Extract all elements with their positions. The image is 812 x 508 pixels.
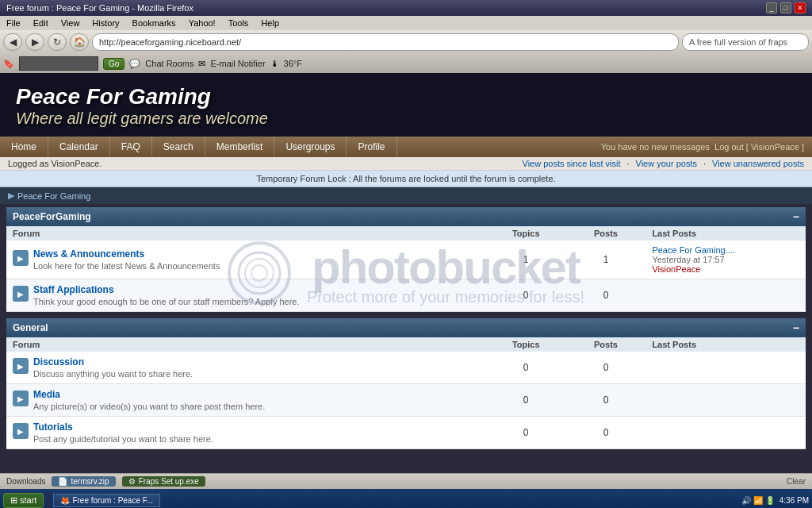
minimize-button[interactable]: _ [766, 2, 777, 13]
posts-news: 1 [566, 241, 646, 279]
last-post-discussion [645, 352, 806, 384]
temp-icon: 🌡 [270, 59, 279, 68]
last-post-title-news[interactable]: Peace For Gaming.... [652, 245, 799, 255]
menu-yahoo[interactable]: Yahoo! [186, 18, 219, 28]
forum-name-tutorials[interactable]: Tutorials [33, 421, 213, 433]
last-post-user-news[interactable]: VisionPeace [652, 264, 799, 274]
posts-media: 0 [566, 384, 646, 417]
menu-file[interactable]: File [3, 18, 24, 28]
section-title-peaceforgaming: PeaceForGaming [13, 211, 91, 222]
forum-row-media: ▶ Media Any picture(s) or video(s) you w… [6, 384, 806, 417]
status-right: Clear [787, 477, 806, 486]
url-text: http://peaceforgaming.niceboard.net/ [99, 37, 241, 47]
menu-tools[interactable]: Tools [225, 18, 252, 28]
email-icon: ✉ [198, 59, 205, 69]
nav-home[interactable]: Home [0, 137, 48, 157]
clear-label[interactable]: Clear [787, 477, 806, 486]
logged-as-text: Logged as VisionPeace. [8, 159, 102, 168]
browser-toolbar: ◀ ▶ ↻ 🏠 http://peaceforgaming.niceboard.… [0, 30, 812, 54]
breadcrumb[interactable]: Peace For Gaming [17, 191, 90, 201]
forum-header: Peace For Gaming Where all legit gamers … [0, 73, 812, 137]
nav-calendar[interactable]: Calendar [48, 137, 110, 157]
forward-button[interactable]: ▶ [25, 33, 44, 51]
posts-tutorials: 0 [566, 417, 646, 449]
taskbar-window-btn[interactable]: 🦊 Free forum : Peace F... [53, 494, 160, 507]
posts-staff: 0 [566, 279, 646, 312]
forum-info-tutorials: ▶ Tutorials Post any guide/tutorial you … [13, 421, 480, 444]
status-bar: Downloads 📄 termsrv.zip ⚙ Fraps Set up.e… [0, 473, 812, 489]
last-post-staff [645, 279, 806, 312]
topics-staff: 0 [486, 279, 566, 312]
view-posts-since-link[interactable]: View posts since last visit [523, 159, 621, 168]
search-bar[interactable]: A free full version of fraps [682, 33, 809, 51]
page-content: photobucket Protect more of your memorie… [0, 73, 812, 473]
notice-text: Temporary Forum Lock : All the forums ar… [256, 174, 555, 183]
nav-usergroups[interactable]: Usergroups [274, 137, 347, 157]
forum-desc-tutorials: Post any guide/tutorial you want to shar… [33, 434, 213, 444]
logout-link[interactable]: Log out [ VisionPeace ] [714, 142, 804, 152]
forum-row-news: ▶ News & Announcements Look here for the… [6, 241, 806, 279]
chat-icon: 💬 [129, 59, 140, 69]
email-label[interactable]: E-mail Notifier [210, 59, 265, 68]
addon-bar: 🔖 Go 💬 Chat Rooms ✉ E-mail Notifier 🌡 36… [0, 54, 812, 73]
home-button[interactable]: 🏠 [70, 33, 89, 51]
section-collapse-0[interactable]: − [793, 210, 799, 223]
forum-info-news: ▶ News & Announcements Look here for the… [13, 248, 480, 271]
nav-memberlist[interactable]: Memberlist [205, 137, 275, 157]
back-button[interactable]: ◀ [3, 33, 22, 51]
browser-titlebar: Free forum : Peace For Gaming - Mozilla … [0, 0, 812, 16]
forum-name-staff[interactable]: Staff Applications [33, 284, 300, 295]
menu-help[interactable]: Help [258, 18, 282, 28]
topics-discussion: 0 [486, 352, 566, 384]
start-button[interactable]: ⊞ start [3, 493, 44, 508]
taskbar-window-label: Free forum : Peace F... [72, 496, 153, 505]
col-last-0: Last Posts [645, 226, 806, 241]
last-post-news: Peace For Gaming.... Yesterday at 17:57 … [645, 241, 806, 279]
forum-table-0: Forum Topics Posts Last Posts ▶ News & A… [6, 226, 806, 312]
start-icon: ⊞ [10, 495, 17, 506]
menu-edit[interactable]: Edit [30, 18, 52, 28]
menu-view[interactable]: View [58, 18, 83, 28]
nav-faq[interactable]: FAQ [110, 137, 152, 157]
col-posts-1: Posts [566, 337, 646, 352]
forum-desc-media: Any picture(s) or video(s) you want to s… [33, 402, 265, 411]
col-forum-0: Forum [6, 226, 486, 241]
window-title: Free forum : Peace For Gaming - Mozilla … [6, 3, 766, 13]
forum-desc-discussion: Discuss anything you want to share here. [33, 369, 193, 379]
forum-name-news[interactable]: News & Announcements [33, 248, 220, 260]
addon-input[interactable] [19, 56, 98, 71]
maximize-button[interactable]: □ [780, 2, 791, 13]
forum-table-1: Forum Topics Posts Last Posts ▶ Discussi… [6, 337, 806, 449]
view-unanswered-link[interactable]: View unanswered posts [712, 159, 804, 168]
section-peaceforgaming: PeaceForGaming − Forum Topics Posts Last… [6, 207, 806, 312]
logged-links: View posts since last visit · View your … [523, 159, 804, 168]
last-post-tutorials [645, 417, 806, 449]
reload-button[interactable]: ↻ [48, 33, 67, 51]
nav-search[interactable]: Search [152, 137, 205, 157]
logged-bar: Logged as VisionPeace. View posts since … [0, 157, 812, 171]
col-topics-0: Topics [486, 226, 566, 241]
nav-bar: Home Calendar FAQ Search Memberlist User… [0, 137, 812, 157]
nav-profile[interactable]: Profile [347, 137, 396, 157]
chat-label[interactable]: Chat Rooms [145, 59, 193, 68]
forum-icon-tutorials: ▶ [13, 423, 29, 439]
forum-name-media[interactable]: Media [33, 389, 265, 400]
download-item-2[interactable]: ⚙ Fraps Set up.exe [122, 476, 205, 487]
menu-history[interactable]: History [89, 18, 122, 28]
section-collapse-1[interactable]: − [793, 321, 799, 334]
close-button[interactable]: ✕ [795, 2, 806, 13]
menu-bookmarks[interactable]: Bookmarks [129, 18, 179, 28]
go-button[interactable]: Go [103, 58, 124, 70]
view-your-posts-link[interactable]: View your posts [636, 159, 697, 168]
download-item-1[interactable]: 📄 termsrv.zip [52, 476, 115, 487]
forum-info-media: ▶ Media Any picture(s) or video(s) you w… [13, 389, 480, 411]
col-posts-0: Posts [566, 226, 646, 241]
forum-icon-discussion: ▶ [13, 358, 29, 374]
forum-icon-news: ▶ [13, 250, 29, 266]
forum-icon-media: ▶ [13, 391, 29, 406]
search-text: A free full version of fraps [689, 37, 787, 47]
system-icons: 🔊 📶 🔋 [741, 496, 775, 505]
breadcrumb-bar: ▶ Peace For Gaming [0, 187, 812, 204]
forum-name-discussion[interactable]: Discussion [33, 356, 193, 368]
address-bar[interactable]: http://peaceforgaming.niceboard.net/ [92, 33, 679, 51]
